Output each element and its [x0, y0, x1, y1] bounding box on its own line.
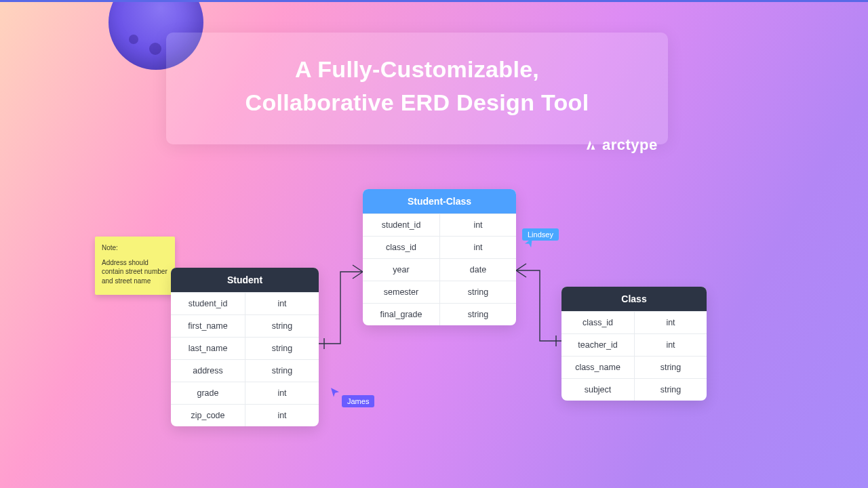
field-name: address — [171, 360, 245, 382]
field-name: semester — [363, 281, 439, 303]
field-type: int — [634, 334, 707, 356]
field-name: last_name — [171, 338, 245, 359]
field-name: student_id — [171, 293, 245, 314]
table-row[interactable]: teacher_idint — [561, 333, 707, 356]
table-row[interactable]: yeardate — [363, 258, 516, 281]
field-name: zip_code — [171, 405, 245, 426]
svg-line-4 — [516, 264, 526, 270]
svg-line-1 — [353, 265, 363, 272]
svg-line-5 — [516, 270, 526, 277]
entity-class-header[interactable]: Class — [561, 287, 707, 311]
field-name: final_grade — [363, 304, 439, 325]
field-type: int — [439, 237, 516, 258]
table-row[interactable]: first_namestring — [171, 314, 319, 337]
svg-line-2 — [353, 272, 363, 279]
field-type: int — [439, 214, 516, 236]
field-type: int — [245, 382, 319, 404]
field-type: string — [634, 379, 707, 401]
table-row[interactable]: final_gradestring — [363, 303, 516, 325]
table-row[interactable]: addressstring — [171, 359, 319, 382]
field-name: student_id — [363, 214, 439, 236]
field-name: class_id — [561, 312, 634, 333]
field-type: int — [245, 293, 319, 314]
table-row[interactable]: semesterstring — [363, 281, 516, 303]
cursor-icon — [523, 237, 536, 250]
field-name: first_name — [171, 315, 245, 337]
field-type: string — [245, 338, 319, 359]
field-name: grade — [171, 382, 245, 404]
field-name: year — [363, 259, 439, 281]
entity-student-header[interactable]: Student — [171, 268, 319, 292]
table-row[interactable]: subjectstring — [561, 378, 707, 401]
field-type: string — [634, 357, 707, 378]
sticky-note-body: Address should contain street number and… — [102, 258, 168, 286]
field-name: subject — [561, 379, 634, 401]
collaborator-cursor-lindsey: Lindsey — [522, 228, 534, 249]
field-type: string — [245, 360, 319, 382]
table-row[interactable]: gradeint — [171, 382, 319, 404]
field-type: string — [245, 315, 319, 337]
entity-class[interactable]: Class class_idint teacher_idint class_na… — [561, 287, 707, 401]
collaborator-label: James — [342, 395, 374, 407]
collaborator-cursor-james: James — [330, 387, 374, 407]
field-type: string — [439, 304, 516, 325]
field-type: int — [634, 312, 707, 333]
table-row[interactable]: last_namestring — [171, 337, 319, 359]
field-type: string — [439, 281, 516, 303]
field-type: int — [245, 405, 319, 426]
field-name: teacher_id — [561, 334, 634, 356]
erd-canvas[interactable]: Note: Address should contain street numb… — [0, 2, 868, 488]
table-row[interactable]: student_idint — [363, 214, 516, 236]
field-type: date — [439, 259, 516, 281]
table-row[interactable]: class_namestring — [561, 356, 707, 378]
table-row[interactable]: class_idint — [363, 236, 516, 258]
table-row[interactable]: zip_codeint — [171, 404, 319, 426]
cursor-icon — [330, 387, 340, 398]
sticky-note[interactable]: Note: Address should contain street numb… — [95, 237, 175, 295]
sticky-note-title: Note: — [102, 243, 168, 253]
field-name: class_id — [363, 237, 439, 258]
entity-student-class[interactable]: Student-Class student_idint class_idint … — [363, 189, 516, 325]
table-row[interactable]: student_idint — [171, 292, 319, 314]
entity-student-class-header[interactable]: Student-Class — [363, 189, 516, 214]
entity-student[interactable]: Student student_idint first_namestring l… — [171, 268, 319, 426]
table-row[interactable]: class_idint — [561, 311, 707, 333]
field-name: class_name — [561, 357, 634, 378]
